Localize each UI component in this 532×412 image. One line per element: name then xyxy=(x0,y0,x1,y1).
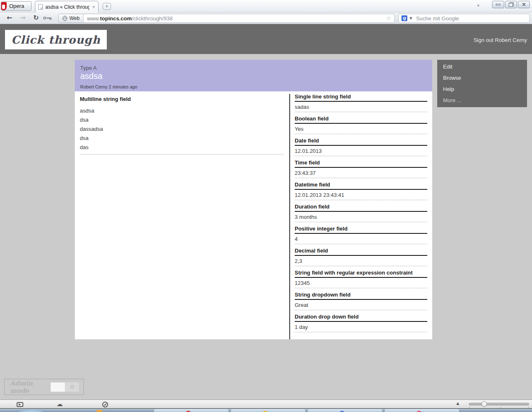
password-key-icon[interactable] xyxy=(43,17,52,20)
navigation-toolbar: ← → ↻ Web www.topincs.com/clickthrough/9… xyxy=(0,12,532,24)
right-column: Single line string field sadas Boolean f… xyxy=(295,94,427,336)
field-label: Multiline string field xyxy=(80,96,284,102)
field-block: Datetime field 12.01.2013 23:43:41 xyxy=(295,182,427,200)
panels-toggle-icon[interactable] xyxy=(17,402,23,407)
minimize-icon xyxy=(496,4,500,5)
field-label: Date field xyxy=(295,138,427,146)
menu-item-help[interactable]: Help xyxy=(437,83,527,95)
url-text: www.topincs.com/clickthrough/938 xyxy=(87,15,172,22)
field-label: String field with regular expression con… xyxy=(295,270,427,278)
tab-active[interactable]: asdsa « Click through «... × xyxy=(35,1,99,12)
opera-logo-icon xyxy=(1,2,7,10)
field-value: 2,3 xyxy=(295,256,427,266)
tab-close-icon[interactable]: × xyxy=(92,5,95,10)
status-bar: ☁ xyxy=(0,400,532,408)
opera-unite-cloud-icon[interactable]: ☁ xyxy=(57,400,63,408)
close-button[interactable]: ✕ xyxy=(518,1,530,8)
new-tab-button[interactable]: + xyxy=(103,3,111,10)
close-icon: ✕ xyxy=(522,2,526,7)
windows-taskbar xyxy=(0,408,532,412)
field-label: Duration drop down field xyxy=(295,314,427,322)
search-engine-chevron-icon[interactable]: ▼ xyxy=(409,16,412,20)
field-label: Boolean field xyxy=(295,116,427,124)
taskbar-button[interactable] xyxy=(385,409,459,412)
field-block: Date field 12.01.2013 xyxy=(295,138,427,156)
menu-item-more[interactable]: More ... xyxy=(437,95,527,106)
address-bar[interactable]: Web www.topincs.com/clickthrough/938 ☆ xyxy=(58,14,395,23)
field-value-line: asdsa xyxy=(80,106,284,115)
field-label: Duration field xyxy=(295,204,427,212)
taskbar-button[interactable] xyxy=(308,409,382,412)
field-label: String dropdown field xyxy=(295,292,427,300)
window-controls: ✕ xyxy=(492,1,530,8)
site-header: Click through Sign out Robert Cerny xyxy=(0,24,532,54)
search-field[interactable]: g ▼ Suche mit Google xyxy=(398,14,530,23)
field-block: Duration field 3 months xyxy=(295,204,427,222)
google-engine-icon[interactable]: g xyxy=(401,15,407,21)
topic-title: asdsa xyxy=(80,71,427,81)
field-value: 12.01.2013 xyxy=(295,146,427,156)
tab-bar: Opera asdsa « Click through «... × + ▾ ✕ xyxy=(0,0,532,12)
field-block: Duration drop down field 1 day xyxy=(295,314,427,332)
field-block: Positive integer field 4 xyxy=(295,226,427,244)
back-button[interactable]: ← xyxy=(7,14,12,22)
field-label: Positive integer field xyxy=(295,226,427,234)
field-value: 4 xyxy=(295,234,427,244)
field-value: 12345 xyxy=(295,278,427,288)
bookmark-star-icon[interactable]: ☆ xyxy=(386,15,392,22)
admin-mode-toggle[interactable] xyxy=(50,382,79,392)
menu-item-browse[interactable]: Browse xyxy=(437,72,527,83)
field-block: Single line string field sadas xyxy=(295,94,427,112)
left-column: Multiline string field asdsa dsa dassads… xyxy=(80,96,284,154)
start-orb-icon[interactable] xyxy=(18,410,44,412)
topic-byline: Robert Cerny 2 minutes ago xyxy=(80,84,427,89)
reload-button[interactable]: ↻ xyxy=(33,14,39,22)
site-logo[interactable]: Click through xyxy=(5,30,107,49)
topic-header: Type A asdsa Robert Cerny 2 minutes ago xyxy=(75,60,432,91)
admin-mode-box: Admin mode xyxy=(4,379,84,395)
minimize-button[interactable] xyxy=(492,1,504,8)
field-label: Time field xyxy=(295,160,427,168)
tab-overflow-chevron-icon[interactable]: ▾ xyxy=(477,3,480,8)
opera-menu-label: Opera xyxy=(9,3,24,9)
field-value: Yes xyxy=(295,124,427,134)
site-logo-text: Click through xyxy=(11,34,100,46)
forward-button[interactable]: → xyxy=(20,14,25,22)
field-block: Time field 23:43:37 xyxy=(295,160,427,178)
field-value: 23:43:37 xyxy=(295,168,427,178)
field-label: Single line string field xyxy=(295,94,427,102)
taskbar-button[interactable] xyxy=(231,409,305,412)
field-value: sadas xyxy=(295,102,427,112)
sign-out-link[interactable]: Sign out Robert Cerny xyxy=(473,37,527,43)
opera-turbo-icon[interactable] xyxy=(102,402,108,407)
topic-type: Type A xyxy=(80,65,427,71)
restore-button[interactable] xyxy=(505,1,517,8)
fit-to-width-icon[interactable]: ▲ xyxy=(456,401,459,405)
field-block: String dropdown field Great xyxy=(295,292,427,310)
field-value: 1 day xyxy=(295,322,427,332)
field-value: 12.01.2013 23:43:41 xyxy=(295,190,427,200)
field-value-line: dsa xyxy=(80,134,284,143)
opera-menu-button[interactable]: Opera xyxy=(1,1,32,11)
action-menu: Edit Browse Help More ... xyxy=(437,60,527,107)
site-badge[interactable]: Web xyxy=(59,14,84,22)
topic-card: Type A asdsa Robert Cerny 2 minutes ago … xyxy=(75,60,432,339)
tray-icon xyxy=(96,410,102,412)
taskbar-button[interactable] xyxy=(154,409,228,412)
field-label: Decimal field xyxy=(295,248,427,256)
tab-title: asdsa « Click through «... xyxy=(45,4,89,10)
field-block: Decimal field 2,3 xyxy=(295,248,427,266)
field-value: 3 months xyxy=(295,212,427,222)
page-favicon-icon xyxy=(38,4,43,10)
site-badge-label: Web xyxy=(69,15,79,21)
zoom-slider-track[interactable] xyxy=(469,403,529,405)
menu-item-edit[interactable]: Edit xyxy=(437,61,527,72)
column-divider xyxy=(289,94,290,339)
restore-icon xyxy=(509,2,514,7)
field-value-line: das xyxy=(80,143,284,152)
browser-window: Opera asdsa « Click through «... × + ▾ ✕… xyxy=(0,0,532,412)
field-label: Datetime field xyxy=(295,182,427,190)
zoom-slider-handle[interactable] xyxy=(481,401,487,407)
admin-mode-label: Admin mode xyxy=(10,380,50,395)
field-block: Boolean field Yes xyxy=(295,116,427,134)
